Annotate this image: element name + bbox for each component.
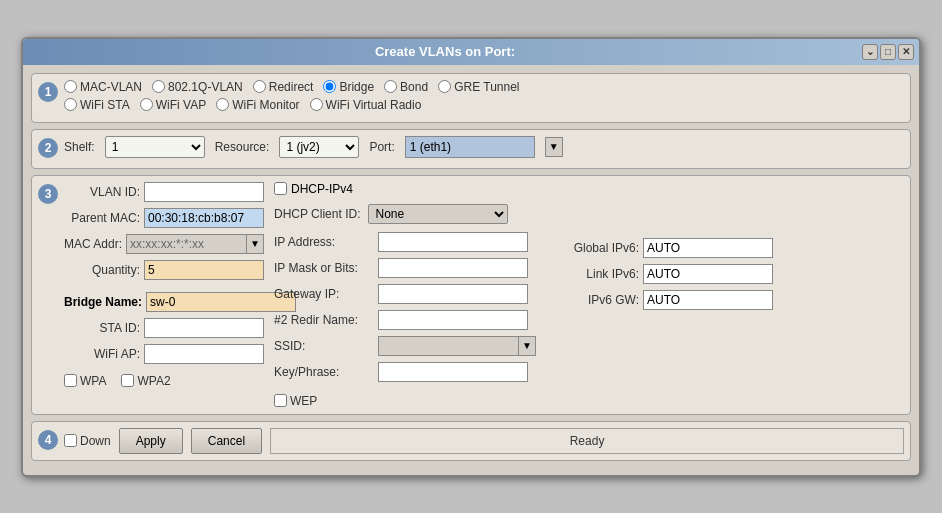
ipv6-gw-label: IPv6 GW: — [564, 293, 639, 307]
parent-mac-label: Parent MAC: — [64, 211, 140, 225]
wifi-ap-row: WiFi AP: — [64, 344, 264, 364]
section-4-content: Down Apply Cancel Ready — [64, 428, 904, 454]
ssid-select-wrapper: ▼ — [378, 336, 536, 356]
minimize-button[interactable]: ⌄ — [862, 44, 878, 60]
resource-select[interactable]: 1 (jv2) — [279, 136, 359, 158]
wpa-row: WPA WPA2 — [64, 374, 264, 388]
apply-button[interactable]: Apply — [119, 428, 183, 454]
radio-wifi-monitor[interactable]: WiFi Monitor — [216, 98, 299, 112]
redir-name-label: #2 Redir Name: — [274, 313, 374, 327]
wpa-checkbox[interactable] — [64, 374, 77, 387]
ip-address-input[interactable] — [378, 232, 528, 252]
radio-bond[interactable]: Bond — [384, 80, 428, 94]
vlan-id-input[interactable] — [144, 182, 264, 202]
action-row: Down Apply Cancel Ready — [64, 428, 904, 454]
global-ipv6-input[interactable] — [643, 238, 773, 258]
section-2-form-row: Shelf: 1 Resource: 1 (jv2) Port: ▼ — [64, 136, 904, 158]
radio-wifi-vap[interactable]: WiFi VAP — [140, 98, 206, 112]
wpa2-check[interactable]: WPA2 — [121, 374, 170, 388]
radio-mac-vlan-input[interactable] — [64, 80, 77, 93]
ssid-input[interactable] — [378, 336, 518, 356]
wep-checkbox[interactable] — [274, 394, 287, 407]
ip-address-row: IP Address: — [274, 232, 554, 252]
dhcp-client-id-select[interactable]: None — [368, 204, 508, 224]
sta-id-input[interactable] — [144, 318, 264, 338]
key-phrase-input[interactable] — [378, 362, 528, 382]
sta-id-label: STA ID: — [64, 321, 140, 335]
gateway-ip-input[interactable] — [378, 284, 528, 304]
section-1-num: 1 — [38, 82, 58, 102]
ssid-dropdown-button[interactable]: ▼ — [518, 336, 536, 356]
ipv6-gw-input[interactable] — [643, 290, 773, 310]
radio-bridge[interactable]: Bridge — [323, 80, 374, 94]
dhcp-ipv4-check: DHCP-IPv4 — [274, 182, 554, 196]
port-input[interactable] — [405, 136, 535, 158]
wifi-ap-input[interactable] — [144, 344, 264, 364]
dhcp-client-id-select-wrapper: None — [368, 204, 508, 224]
radio-dot1q-input[interactable] — [152, 80, 165, 93]
maximize-button[interactable]: □ — [880, 44, 896, 60]
radio-dot1q-vlan[interactable]: 802.1Q-VLAN — [152, 80, 243, 94]
ipv6-gw-row: IPv6 GW: — [564, 290, 794, 310]
port-dropdown-button[interactable]: ▼ — [545, 137, 563, 157]
close-button[interactable]: ✕ — [898, 44, 914, 60]
wep-check[interactable]: WEP — [274, 394, 554, 408]
radio-wifi-virtual-radio-input[interactable] — [310, 98, 323, 111]
radio-redirect-input[interactable] — [253, 80, 266, 93]
down-check[interactable]: Down — [64, 434, 111, 448]
mac-addr-dropdown-button[interactable]: ▼ — [246, 234, 264, 254]
bridge-name-row: Bridge Name: — [64, 292, 264, 314]
right-spacer — [564, 182, 794, 206]
section-2-num: 2 — [38, 138, 58, 158]
dhcp-ipv4-checkbox[interactable] — [274, 182, 287, 195]
quantity-label: Quantity: — [64, 263, 140, 277]
radio-wifi-monitor-input[interactable] — [216, 98, 229, 111]
resource-label: Resource: — [215, 140, 270, 154]
mac-addr-input[interactable] — [126, 234, 246, 254]
cancel-button[interactable]: Cancel — [191, 428, 262, 454]
col-left: VLAN ID: Parent MAC: MAC Addr: ▼ — [64, 182, 264, 408]
radio-mac-vlan[interactable]: MAC-VLAN — [64, 80, 142, 94]
radio-bond-input[interactable] — [384, 80, 397, 93]
wpa-check[interactable]: WPA — [64, 374, 106, 388]
radio-wifi-vap-input[interactable] — [140, 98, 153, 111]
section-2: 2 Shelf: 1 Resource: 1 (jv2) Port: ▼ — [31, 129, 911, 169]
link-ipv6-input[interactable] — [643, 264, 773, 284]
radio-gre-tunnel[interactable]: GRE Tunnel — [438, 80, 519, 94]
status-label: Ready — [570, 434, 605, 448]
ssid-label: SSID: — [274, 339, 374, 353]
mac-addr-row: MAC Addr: ▼ — [64, 234, 264, 254]
global-ipv6-label: Global IPv6: — [564, 241, 639, 255]
radio-gre-tunnel-input[interactable] — [438, 80, 451, 93]
ip-mask-input[interactable] — [378, 258, 528, 278]
section-4: 4 Down Apply Cancel Ready — [31, 421, 911, 461]
radio-wifi-sta[interactable]: WiFi STA — [64, 98, 130, 112]
vlan-id-label: VLAN ID: — [64, 185, 140, 199]
wep-row: WEP — [274, 394, 554, 408]
radio-redirect[interactable]: Redirect — [253, 80, 314, 94]
gateway-ip-row: Gateway IP: — [274, 284, 554, 304]
right-spacer2 — [564, 210, 794, 234]
dialog-body: 1 MAC-VLAN 802.1Q-VLAN Redirect Bridge B… — [23, 65, 919, 475]
section-1: 1 MAC-VLAN 802.1Q-VLAN Redirect Bridge B… — [31, 73, 911, 123]
shelf-select[interactable]: 1 — [105, 136, 205, 158]
radio-wifi-sta-input[interactable] — [64, 98, 77, 111]
parent-mac-input[interactable] — [144, 208, 264, 228]
mac-addr-with-arrow: ▼ — [126, 234, 264, 254]
down-checkbox[interactable] — [64, 434, 77, 447]
wifi-ap-label: WiFi AP: — [64, 347, 140, 361]
dialog-title: Create VLANs on Port: — [28, 44, 862, 59]
radio-wifi-virtual-radio[interactable]: WiFi Virtual Radio — [310, 98, 422, 112]
link-ipv6-row: Link IPv6: — [564, 264, 794, 284]
radio-row-2: WiFi STA WiFi VAP WiFi Monitor WiFi Virt… — [64, 98, 904, 112]
global-ipv6-row: Global IPv6: — [564, 238, 794, 258]
section-3-num: 3 — [38, 184, 58, 204]
ip-address-label: IP Address: — [274, 235, 374, 249]
section-1-content: MAC-VLAN 802.1Q-VLAN Redirect Bridge Bon… — [64, 80, 904, 116]
redir-name-input[interactable] — [378, 310, 528, 330]
wpa2-checkbox[interactable] — [121, 374, 134, 387]
radio-bridge-input[interactable] — [323, 80, 336, 93]
link-ipv6-label: Link IPv6: — [564, 267, 639, 281]
quantity-input[interactable] — [144, 260, 264, 280]
radio-row-1: MAC-VLAN 802.1Q-VLAN Redirect Bridge Bon… — [64, 80, 904, 94]
